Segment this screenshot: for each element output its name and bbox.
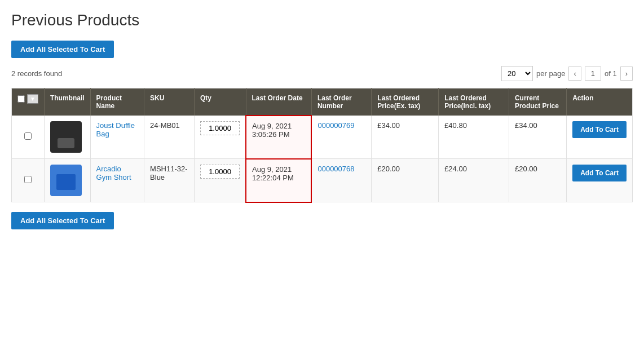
th-thumbnail: Thumbnail bbox=[44, 88, 90, 116]
th-current-product-price: Current Product Price bbox=[509, 88, 566, 116]
row-last-ordered-price-ex: £20.00 bbox=[372, 159, 439, 202]
th-last-order-date: Last Order Date bbox=[246, 88, 311, 116]
add-to-cart-button[interactable]: Add To Cart bbox=[572, 121, 627, 138]
th-last-ordered-price-incl: Last Ordered Price(Incl. tax) bbox=[439, 88, 509, 116]
row-last-ordered-price-incl: £40.80 bbox=[439, 116, 509, 159]
qty-input[interactable] bbox=[200, 165, 240, 179]
th-qty: Qty bbox=[195, 88, 246, 116]
records-count: 2 records found bbox=[11, 69, 62, 78]
table-header-row: ▼ Thumbnail Product Name SKU Qty Last Or… bbox=[12, 88, 633, 116]
th-action: Action bbox=[567, 88, 633, 116]
records-row: 2 records found 20 30 50 100 200 per pag… bbox=[11, 66, 633, 81]
per-page-select[interactable]: 20 30 50 100 200 bbox=[501, 66, 533, 81]
row-checkbox[interactable] bbox=[24, 176, 32, 183]
product-name-link[interactable]: Arcadio Gym Short bbox=[96, 165, 131, 181]
row-action: Add To Cart bbox=[567, 116, 633, 159]
prev-page-button[interactable]: ‹ bbox=[568, 67, 581, 81]
row-last-order-number: 000000769 bbox=[311, 116, 371, 159]
add-to-cart-button[interactable]: Add To Cart bbox=[572, 165, 627, 181]
row-thumbnail bbox=[44, 116, 90, 159]
qty-input[interactable] bbox=[200, 121, 240, 135]
th-checkbox: ▼ bbox=[12, 88, 45, 116]
table-row: Arcadio Gym ShortMSH11-32-BlueAug 9, 202… bbox=[12, 159, 633, 202]
row-qty bbox=[195, 159, 246, 202]
row-last-order-date: Aug 9, 2021 3:05:26 PM bbox=[246, 116, 311, 159]
bottom-toolbar: Add All Selected To Cart bbox=[11, 212, 633, 229]
row-checkbox[interactable] bbox=[24, 132, 32, 140]
per-page-label: per page bbox=[536, 69, 565, 78]
row-last-ordered-price-incl: £24.00 bbox=[439, 159, 509, 202]
total-pages-label: of 1 bbox=[605, 69, 617, 78]
pagination-controls: 20 30 50 100 200 per page ‹ 1 of 1 › bbox=[501, 66, 633, 81]
row-current-product-price: £20.00 bbox=[509, 159, 566, 202]
th-last-ordered-price-ex: Last Ordered Price(Ex. tax) bbox=[372, 88, 439, 116]
th-product-name: Product Name bbox=[90, 88, 144, 116]
select-all-checkbox[interactable] bbox=[17, 95, 25, 103]
shorts-image bbox=[50, 165, 82, 196]
row-last-order-date: Aug 9, 2021 12:22:04 PM bbox=[246, 159, 311, 202]
product-name-link[interactable]: Joust Duffle Bag bbox=[96, 121, 135, 138]
row-sku: 24-MB01 bbox=[144, 116, 195, 159]
select-dropdown-arrow[interactable]: ▼ bbox=[27, 94, 38, 104]
current-page-number: 1 bbox=[585, 67, 601, 81]
add-all-selected-bottom-button[interactable]: Add All Selected To Cart bbox=[11, 212, 114, 229]
row-qty bbox=[195, 116, 246, 159]
order-number-link[interactable]: 000000769 bbox=[317, 121, 354, 130]
add-all-selected-button[interactable]: Add All Selected To Cart bbox=[11, 41, 114, 58]
bag-image bbox=[50, 121, 82, 153]
th-last-order-number: Last Order Number bbox=[311, 88, 371, 116]
row-checkbox-cell bbox=[12, 116, 45, 159]
row-product-name: Arcadio Gym Short bbox=[90, 159, 144, 202]
next-page-button[interactable]: › bbox=[620, 67, 633, 81]
row-checkbox-cell bbox=[12, 159, 45, 202]
row-sku: MSH11-32-Blue bbox=[144, 159, 195, 202]
products-table: ▼ Thumbnail Product Name SKU Qty Last Or… bbox=[11, 88, 633, 203]
row-current-product-price: £34.00 bbox=[509, 116, 566, 159]
row-last-order-number: 000000768 bbox=[311, 159, 371, 202]
row-action: Add To Cart bbox=[567, 159, 633, 202]
table-row: Joust Duffle Bag24-MB01Aug 9, 2021 3:05:… bbox=[12, 116, 633, 159]
row-product-name: Joust Duffle Bag bbox=[90, 116, 144, 159]
th-sku: SKU bbox=[144, 88, 195, 116]
top-toolbar: Add All Selected To Cart bbox=[11, 41, 633, 58]
page-title: Previous Products bbox=[11, 11, 633, 29]
row-thumbnail bbox=[44, 159, 90, 202]
order-number-link[interactable]: 000000768 bbox=[317, 165, 354, 173]
row-last-ordered-price-ex: £34.00 bbox=[372, 116, 439, 159]
